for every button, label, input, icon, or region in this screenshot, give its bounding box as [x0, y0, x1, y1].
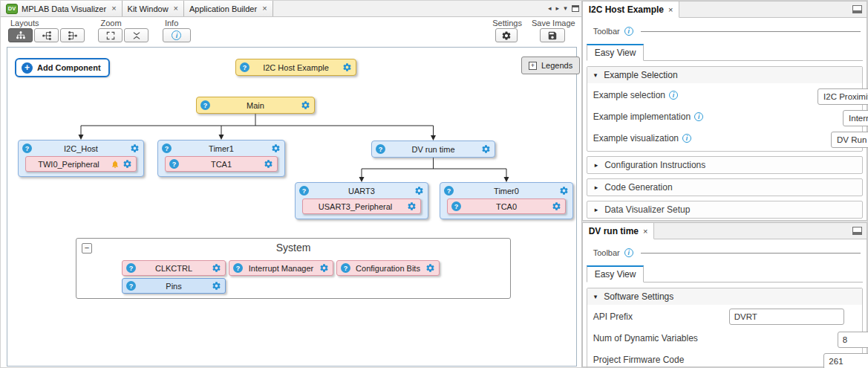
- tab-kit-window[interactable]: Kit Window ×: [123, 1, 184, 16]
- node-main[interactable]: ? Main: [196, 97, 315, 114]
- section-configuration-instructions[interactable]: ▸ Configuration Instructions: [587, 156, 863, 174]
- example-selection-header[interactable]: ▾ Example Selection: [587, 67, 862, 83]
- gear-icon[interactable]: [425, 263, 435, 273]
- tab-easy-view[interactable]: Easy View: [587, 44, 645, 61]
- layout-mirrored-tree-button[interactable]: [60, 28, 85, 42]
- num-dynamic-variables-input[interactable]: [838, 332, 868, 348]
- node-usart3-peripheral[interactable]: USART3_Peripheral: [302, 198, 421, 214]
- node-i2c-host-example[interactable]: ? I2C Host Example: [235, 59, 356, 76]
- help-icon[interactable]: ?: [233, 263, 243, 273]
- info-icon[interactable]: i: [624, 27, 633, 36]
- layout-vertical-tree-button[interactable]: [8, 28, 33, 42]
- tab-application-builder[interactable]: Application Builder ×: [184, 1, 273, 16]
- help-icon[interactable]: ?: [299, 186, 309, 196]
- scroll-tabs-left-icon[interactable]: ◂: [548, 5, 552, 12]
- settings-button[interactable]: [495, 28, 518, 42]
- gear-icon[interactable]: [212, 281, 221, 291]
- tab-i2c-host-example[interactable]: I2C Host Example ×: [583, 1, 680, 18]
- software-settings-header[interactable]: ▾ Software Settings: [587, 288, 862, 305]
- help-icon[interactable]: ?: [376, 144, 385, 154]
- layout-horizontal-tree-button[interactable]: [34, 28, 59, 42]
- node-uart3[interactable]: ? UART3 USART3_Peripheral: [295, 182, 428, 219]
- help-icon[interactable]: ?: [22, 143, 32, 153]
- close-icon[interactable]: ×: [668, 5, 673, 14]
- tab-list-dropdown-icon[interactable]: ▾: [564, 5, 567, 12]
- node-clkctrl[interactable]: ? CLKCTRL: [122, 260, 226, 276]
- gear-icon[interactable]: [481, 144, 491, 154]
- help-icon[interactable]: ?: [169, 159, 179, 169]
- example-implementation-dropdown[interactable]: Interrupts with callbacks: [843, 110, 868, 126]
- project-firmware-code-input[interactable]: [823, 353, 868, 368]
- tab-dv-run-time[interactable]: DV run time ×: [583, 223, 655, 239]
- help-icon[interactable]: ?: [444, 186, 454, 196]
- gear-icon[interactable]: [407, 201, 417, 211]
- gear-icon[interactable]: [559, 186, 569, 196]
- notification-bell-icon[interactable]: [111, 160, 120, 169]
- gear-icon[interactable]: [271, 143, 281, 153]
- info-icon[interactable]: i: [682, 134, 691, 143]
- gear-icon[interactable]: [319, 263, 329, 273]
- node-title: USART3_Peripheral: [307, 202, 404, 211]
- gear-icon[interactable]: [130, 143, 140, 153]
- close-icon[interactable]: ×: [643, 227, 647, 236]
- gear-icon[interactable]: [414, 186, 424, 196]
- help-icon[interactable]: ?: [126, 263, 136, 273]
- zoom-collapse-button[interactable]: [124, 28, 149, 42]
- api-prefix-input[interactable]: [729, 309, 844, 325]
- info-button[interactable]: i: [163, 28, 191, 42]
- minimize-icon[interactable]: [852, 5, 862, 13]
- application-diagram-canvas[interactable]: + Add Component + Legends ? I2C Host Exa…: [7, 47, 577, 367]
- help-icon[interactable]: ?: [341, 263, 350, 273]
- close-icon[interactable]: ×: [174, 4, 178, 13]
- gear-icon[interactable]: [552, 201, 561, 211]
- node-title: TWI0_Peripheral: [30, 160, 108, 169]
- toolbar-collapsible-row[interactable]: Toolbar i: [589, 246, 861, 259]
- gear-icon[interactable]: [264, 159, 273, 169]
- close-icon[interactable]: ×: [111, 4, 116, 13]
- node-interrupt-manager[interactable]: ? Interrupt Manager: [229, 260, 333, 276]
- project-firmware-code-stepper[interactable]: [823, 353, 868, 368]
- help-icon[interactable]: ?: [200, 100, 210, 110]
- layouts-group-label: Layouts: [10, 19, 85, 28]
- num-dynamic-variables-stepper[interactable]: [838, 332, 868, 348]
- node-i2c-host[interactable]: ? I2C_Host TWI0_Peripheral: [18, 140, 144, 177]
- node-configuration-bits[interactable]: ? Configuration Bits: [336, 260, 440, 276]
- scroll-tabs-right-icon[interactable]: ▸: [556, 5, 560, 12]
- section-code-generation[interactable]: ▸ Code Generation: [587, 178, 863, 196]
- maximize-icon[interactable]: [572, 5, 579, 12]
- gear-icon[interactable]: [212, 263, 221, 273]
- node-tca1[interactable]: ? TCA1: [165, 156, 278, 172]
- gear-icon[interactable]: [123, 159, 132, 169]
- gear-icon[interactable]: [342, 62, 352, 72]
- zoom-expand-button[interactable]: [98, 28, 123, 42]
- example-visualization-dropdown[interactable]: DV Run Time: [831, 132, 868, 148]
- save-image-button[interactable]: [540, 28, 565, 42]
- software-settings-group: ▾ Software Settings API Prefix Num of Dy…: [587, 288, 863, 368]
- node-dv-run-time[interactable]: ? DV run time: [371, 141, 495, 158]
- node-tca0[interactable]: ? TCA0: [447, 198, 566, 214]
- node-twi0-peripheral[interactable]: TWI0_Peripheral: [25, 156, 137, 172]
- minimize-icon[interactable]: [852, 227, 862, 235]
- node-timer1[interactable]: ? Timer1 ? TCA1: [157, 140, 285, 177]
- node-timer0[interactable]: ? Timer0 ? TCA0: [440, 182, 573, 219]
- section-data-visualizer-setup[interactable]: ▸ Data Visualizer Setup: [587, 201, 863, 219]
- help-icon[interactable]: ?: [240, 62, 249, 72]
- collapse-system-button[interactable]: −: [82, 243, 92, 254]
- help-icon[interactable]: ?: [451, 201, 461, 211]
- info-icon[interactable]: i: [694, 112, 703, 121]
- tab-easy-view[interactable]: Easy View: [587, 265, 645, 283]
- help-icon[interactable]: ?: [162, 143, 172, 153]
- example-selection-dropdown[interactable]: I2C Proximity Sensor: [818, 88, 868, 105]
- node-pins[interactable]: ? Pins: [122, 278, 226, 294]
- tab-mplab-data-visualizer[interactable]: DV MPLAB Data Visualizer ×: [1, 1, 123, 16]
- info-icon[interactable]: i: [624, 248, 633, 257]
- section-title: Software Settings: [604, 291, 673, 302]
- gear-icon[interactable]: [301, 100, 310, 110]
- legends-button[interactable]: + Legends: [521, 57, 580, 74]
- help-icon[interactable]: ?: [126, 281, 136, 291]
- info-icon[interactable]: i: [669, 91, 678, 100]
- info-group: Info i: [163, 19, 191, 42]
- toolbar-collapsible-row[interactable]: Toolbar i: [589, 25, 861, 38]
- close-icon[interactable]: ×: [262, 4, 267, 13]
- add-component-button[interactable]: + Add Component: [15, 58, 110, 77]
